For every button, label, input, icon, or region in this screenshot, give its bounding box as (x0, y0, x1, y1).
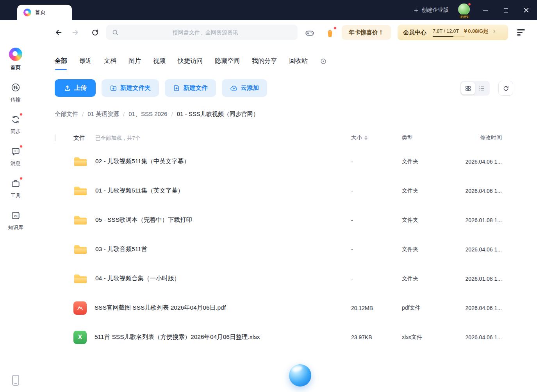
new-folder-button[interactable]: 新建文件夹 (102, 79, 159, 97)
games-button[interactable] (303, 26, 316, 39)
member-center-label: 会员中心 (403, 29, 426, 36)
grid-view-button[interactable] (461, 82, 475, 94)
file-name[interactable]: 02 - 儿歌视频511集（中英文字幕） (95, 157, 190, 166)
sort-filter-button[interactable] (517, 27, 530, 38)
file-row[interactable]: 02 - 儿歌视频511集（中英文字幕） - 文件夹 2026.04.06 1.… (55, 147, 502, 176)
file-type: xlsx文件 (402, 334, 459, 341)
new-file-icon (173, 84, 180, 92)
sidebar-item-home[interactable]: 首页 (2, 48, 29, 71)
refresh-list-button[interactable] (498, 81, 513, 96)
tab-recent[interactable]: 最近 (79, 57, 92, 70)
file-size: 23.97KB (351, 334, 402, 340)
minimize-button[interactable] (480, 5, 491, 16)
sidebar-item-knowledge[interactable]: AI 知识库 (2, 210, 29, 231)
file-list-header: 文件 已全部加载，共7个 大小 类型 修改时间 (55, 129, 502, 147)
folder-icon (73, 214, 87, 226)
column-type: 类型 (402, 134, 459, 141)
tab-my-shares[interactable]: 我的分享 (252, 57, 277, 70)
chevron-right-icon (492, 29, 496, 34)
forward-button[interactable] (70, 27, 81, 38)
file-row[interactable]: 05 - SSS歌词本（完善中）下载打印 - 文件夹 2026.01.08 1.… (55, 205, 502, 235)
breadcrumb-item-root[interactable]: 全部文件 (55, 110, 78, 118)
tab-home-label: 首页 (35, 9, 46, 16)
tab-quick-access[interactable]: 快捷访问 (178, 57, 203, 70)
gamepad-icon (305, 28, 315, 38)
file-name[interactable]: 03 - 儿歌音频511首 (95, 245, 147, 253)
file-row[interactable]: 04 - 儿歌视频合集（一小时版） - 文件夹 2026.01.08 1... (55, 264, 502, 293)
file-type: 文件夹 (402, 246, 459, 253)
user-avatar[interactable]: SVIP6 (458, 4, 471, 17)
upload-button[interactable]: 上传 (55, 79, 96, 97)
sidebar-label-knowledge: 知识库 (8, 224, 23, 231)
file-size: - (351, 276, 402, 282)
tab-hidden-space[interactable]: 隐藏空间 (215, 57, 240, 70)
maximize-button[interactable] (500, 5, 511, 16)
tab-videos[interactable]: 视频 (153, 57, 166, 70)
file-type: 文件夹 (402, 187, 459, 194)
phone-link-button[interactable] (12, 375, 19, 386)
tab-images[interactable]: 图片 (128, 57, 141, 70)
tabs-settings-button[interactable] (320, 58, 327, 65)
titlebar: 首页 创建企业版 SVIP6 (0, 0, 537, 20)
sidebar-item-sync[interactable]: 同步 (2, 114, 29, 135)
file-name[interactable]: 01 - 儿歌视频511集（英文字幕） (95, 187, 184, 195)
tab-recycle-bin[interactable]: 回收站 (289, 57, 308, 70)
filter-notification-dot (526, 25, 529, 25)
file-name[interactable]: SSS官网截图 SSS儿歌列表 2026年04月06日.pdf (95, 304, 226, 312)
cloud-add-button[interactable]: 云添加 (222, 79, 268, 97)
tab-documents[interactable]: 文档 (104, 57, 116, 70)
file-name[interactable]: 511首 SSS儿歌名列表（方便搜索）2026年04月06日整理.xlsx (95, 333, 260, 341)
messages-notification-dot (20, 145, 23, 148)
breadcrumb-item-1[interactable]: 01 英语资源 (87, 110, 119, 118)
new-file-button[interactable]: 新建文件 (165, 79, 216, 97)
sidebar-item-messages[interactable]: 消息 (2, 146, 29, 167)
file-row[interactable]: SSS官网截图 SSS儿歌列表 2026年04月06日.pdf 20.12MB … (55, 293, 502, 323)
select-all-checkbox[interactable] (55, 134, 55, 141)
file-row[interactable]: 511首 SSS儿歌名列表（方便搜索）2026年04月06日整理.xlsx 23… (55, 323, 502, 352)
pdf-file-icon (73, 301, 87, 315)
annual-card-promo-button[interactable]: 年卡惊喜价！ (342, 25, 391, 40)
file-type: 文件夹 (402, 158, 459, 165)
folder-icon (73, 273, 87, 285)
loaded-status-text: 已全部加载，共7个 (95, 135, 141, 142)
main-content: 年卡惊喜价！ 会员中心 7.8T / 12.0T ￥0.08/G起 全部 最近 … (31, 20, 537, 392)
file-size: - (351, 188, 402, 194)
file-name[interactable]: 05 - SSS歌词本（完善中）下载打印 (95, 216, 192, 224)
sidebar-label-transfer: 传输 (11, 96, 21, 103)
ai-knowledge-icon: AI (10, 210, 21, 221)
refresh-page-button[interactable] (89, 27, 101, 38)
column-modified-time: 修改时间 (459, 134, 502, 141)
file-row[interactable]: 01 - 儿歌视频511集（英文字幕） - 文件夹 2026.04.06 1..… (55, 176, 502, 205)
file-name[interactable]: 04 - 儿歌视频合集（一小时版） (95, 274, 180, 283)
back-button[interactable] (53, 27, 64, 38)
target-circle-icon (320, 58, 327, 65)
sidebar: 首页 传输 同步 消息 (0, 20, 31, 392)
tab-home[interactable]: 首页 (17, 5, 72, 20)
list-view-button[interactable] (475, 82, 489, 94)
message-icon (10, 146, 21, 157)
refresh-icon (91, 29, 99, 37)
storage-progress-bar (433, 36, 465, 37)
create-enterprise-button[interactable]: 创建企业版 (413, 7, 449, 14)
tab-all[interactable]: 全部 (55, 57, 67, 70)
ai-assistant-button[interactable] (289, 364, 311, 387)
netdisk-logo-icon (9, 48, 22, 61)
sidebar-label-tools: 工具 (11, 192, 21, 199)
plus-icon (413, 7, 419, 13)
file-row[interactable]: 03 - 儿歌音频511首 - 文件夹 2026.04.06 1... (55, 235, 502, 264)
file-size: - (351, 217, 402, 223)
column-size-sort[interactable]: 大小 (351, 134, 402, 141)
search-input[interactable] (119, 29, 292, 36)
sidebar-item-transfer[interactable]: 传输 (2, 82, 29, 103)
sync-icon (10, 114, 21, 125)
breadcrumb-item-2[interactable]: 01、SSS 2026 (128, 110, 167, 118)
gift-icon (325, 28, 335, 38)
sidebar-item-tools[interactable]: 工具 (2, 178, 29, 199)
netdisk-logo-icon (23, 9, 31, 16)
close-button[interactable] (521, 5, 532, 16)
create-enterprise-label: 创建企业版 (421, 7, 449, 14)
view-mode-toggle (460, 81, 490, 96)
member-center-button[interactable]: 会员中心 7.8T / 12.0T ￥0.08/G起 (398, 25, 508, 40)
new-file-label: 新建文件 (184, 84, 208, 92)
gift-button[interactable] (323, 26, 337, 39)
